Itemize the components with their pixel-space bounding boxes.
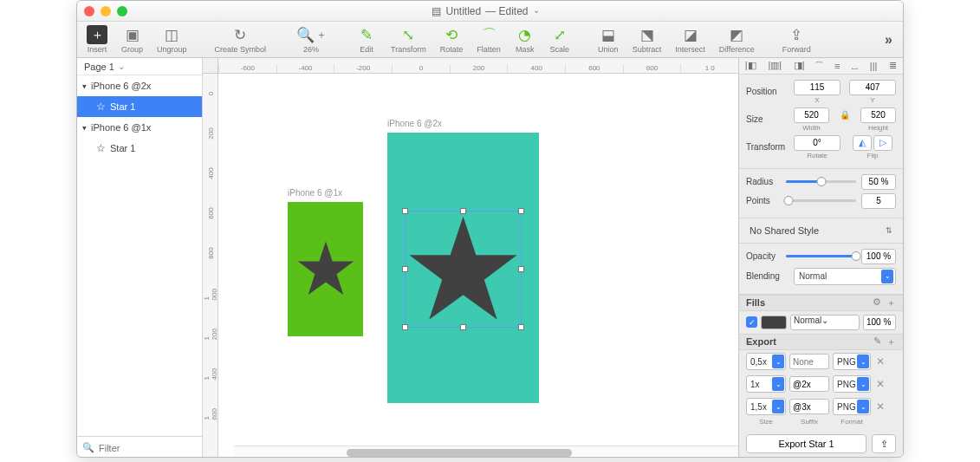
window-minimize-btn[interactable] xyxy=(101,6,111,16)
create-symbol-button[interactable]: ↻ Create Symbol xyxy=(211,25,271,54)
layer-star-2x[interactable]: ☆ Star 1 xyxy=(77,96,202,117)
rotate-field[interactable] xyxy=(794,135,840,151)
scale-button[interactable]: ⤢Scale xyxy=(545,25,574,54)
chevron-down-icon[interactable]: ⌄ xyxy=(533,5,540,17)
radius-slider[interactable] xyxy=(786,180,856,183)
ruler-origin[interactable] xyxy=(203,58,218,74)
align-top-icon[interactable]: ⎴ xyxy=(814,60,825,72)
remove-export-2[interactable]: ✕ xyxy=(874,400,886,413)
layer-artboard-1x[interactable]: iPhone 6 @1x xyxy=(77,117,202,138)
difference-button[interactable]: ◩Difference xyxy=(715,25,759,54)
layer-artboard-2x[interactable]: iPhone 6 @2x xyxy=(77,75,202,96)
overflow-icon[interactable]: » xyxy=(879,32,898,48)
subtract-button[interactable]: ⬔Subtract xyxy=(628,25,666,54)
opacity-slider[interactable] xyxy=(786,255,856,257)
blending-dropdown[interactable]: Normal ⌄ xyxy=(794,268,896,285)
mask-icon: ◔ xyxy=(518,25,531,44)
artboard-1x[interactable]: iPhone 6 @1x xyxy=(288,202,363,336)
points-slider[interactable] xyxy=(786,199,856,202)
export-button[interactable]: Export Star 1 xyxy=(746,434,866,453)
flip-vertical-icon[interactable]: ▷ xyxy=(873,135,892,151)
export-suffix-0[interactable] xyxy=(789,354,829,369)
export-suffix-1[interactable] xyxy=(789,376,829,392)
resize-handle-sw[interactable] xyxy=(402,324,408,330)
star-icon: ☆ xyxy=(96,101,106,113)
disclosure-triangle-icon[interactable] xyxy=(82,122,87,133)
canvas[interactable]: iPhone 6 @1x iPhone 6 @2x xyxy=(218,74,738,458)
align-middle-icon[interactable]: ≡ xyxy=(832,60,842,72)
flatten-button[interactable]: ⌒Flatten xyxy=(472,25,505,54)
flip-horizontal-icon[interactable]: ◭ xyxy=(853,135,872,151)
position-y-field[interactable] xyxy=(849,80,896,95)
export-size-0[interactable]: 0,5x⌄ xyxy=(746,353,786,370)
difference-icon: ◩ xyxy=(730,25,743,44)
resize-handle-n[interactable] xyxy=(460,208,466,214)
layer-star-1x[interactable]: ☆ Star 1 xyxy=(77,138,202,159)
align-left-icon[interactable]: |◧ xyxy=(743,59,759,72)
page-selector[interactable]: Page 1 ⌄ xyxy=(77,58,202,75)
size-width-field[interactable] xyxy=(794,107,829,123)
resize-handle-s[interactable] xyxy=(460,324,466,330)
scale-icon: ⤢ xyxy=(554,25,566,44)
resize-handle-ne[interactable] xyxy=(518,208,524,214)
remove-export-0[interactable]: ✕ xyxy=(874,355,886,368)
scrollbar-thumb[interactable] xyxy=(347,449,572,457)
export-format-2[interactable]: PNG⌄ xyxy=(833,398,871,415)
ruler-vertical[interactable]: 0 200 400 600 800 1 000 1 200 1 400 1 60… xyxy=(203,74,218,458)
resize-handle-e[interactable] xyxy=(518,266,524,272)
align-bottom-icon[interactable]: ⎵ xyxy=(849,60,860,72)
remove-export-1[interactable]: ✕ xyxy=(874,378,886,390)
ungroup-button[interactable]: ◫ Ungroup xyxy=(153,25,191,54)
group-icon: ▣ xyxy=(126,25,140,44)
share-icon[interactable]: ⇪ xyxy=(872,434,896,453)
position-x-field[interactable] xyxy=(794,80,840,95)
selection-box[interactable] xyxy=(405,211,522,328)
plus-icon: ＋ xyxy=(87,25,107,44)
search-icon: 🔍 xyxy=(296,26,315,44)
opacity-field[interactable] xyxy=(861,249,896,264)
forward-button[interactable]: ⇪Forward xyxy=(778,25,815,54)
export-suffix-2[interactable] xyxy=(789,399,829,414)
insert-button[interactable]: ＋ Insert xyxy=(82,25,112,54)
resize-handle-se[interactable] xyxy=(518,324,524,330)
export-size-2[interactable]: 1,5x⌄ xyxy=(746,398,786,415)
distribute-v-icon[interactable]: ≣ xyxy=(886,59,899,72)
lock-icon[interactable]: 🔒 xyxy=(838,110,852,120)
mask-button[interactable]: ◔Mask xyxy=(510,25,540,54)
knife-icon[interactable]: ✎ xyxy=(873,335,881,348)
fill-opacity-field[interactable] xyxy=(863,315,896,330)
horizontal-scrollbar[interactable] xyxy=(234,446,738,458)
align-center-h-icon[interactable]: |▥| xyxy=(765,59,784,72)
window-zoom-btn[interactable] xyxy=(117,6,127,16)
resize-handle-nw[interactable] xyxy=(402,208,408,214)
resize-handle-w[interactable] xyxy=(402,266,408,272)
filter-input[interactable] xyxy=(99,443,218,453)
plus-icon[interactable]: ＋ xyxy=(886,296,896,309)
gear-icon[interactable]: ⚙ xyxy=(873,296,881,309)
ruler-horizontal[interactable]: -600 -400 -200 0 200 400 600 800 1 0 xyxy=(218,58,738,74)
group-button[interactable]: ▣ Group xyxy=(117,25,147,54)
window-close-btn[interactable] xyxy=(84,6,94,16)
export-size-1[interactable]: 1x⌄ xyxy=(746,375,786,393)
size-height-field[interactable] xyxy=(860,107,896,123)
zoom-control[interactable]: 🔍＋ 26% xyxy=(289,25,333,54)
fill-color-swatch[interactable] xyxy=(761,316,787,329)
radius-field[interactable] xyxy=(861,174,896,190)
align-right-icon[interactable]: ◨| xyxy=(791,59,808,72)
intersect-button[interactable]: ◪Intersect xyxy=(671,25,710,54)
svg-marker-0 xyxy=(298,242,354,296)
fill-mode-dropdown[interactable]: Normal⌄ xyxy=(790,315,860,330)
shared-style-dropdown[interactable]: No Shared Style ⇅ xyxy=(746,222,896,239)
distribute-h-icon[interactable]: ||| xyxy=(867,60,880,72)
fill-enabled-checkbox[interactable]: ✓ xyxy=(746,316,757,328)
export-format-1[interactable]: PNG⌄ xyxy=(833,375,871,393)
rotate-button[interactable]: ⟲Rotate xyxy=(436,25,468,54)
export-format-0[interactable]: PNG⌄ xyxy=(833,353,871,370)
union-button[interactable]: ⬓Union xyxy=(594,25,623,54)
edit-button[interactable]: ✎Edit xyxy=(352,25,381,54)
artboard-2x[interactable]: iPhone 6 @2x xyxy=(387,133,539,403)
plus-icon[interactable]: ＋ xyxy=(886,335,896,348)
transform-button[interactable]: ⤡Transform xyxy=(386,25,431,54)
points-field[interactable] xyxy=(861,193,896,209)
disclosure-triangle-icon[interactable] xyxy=(82,81,87,91)
